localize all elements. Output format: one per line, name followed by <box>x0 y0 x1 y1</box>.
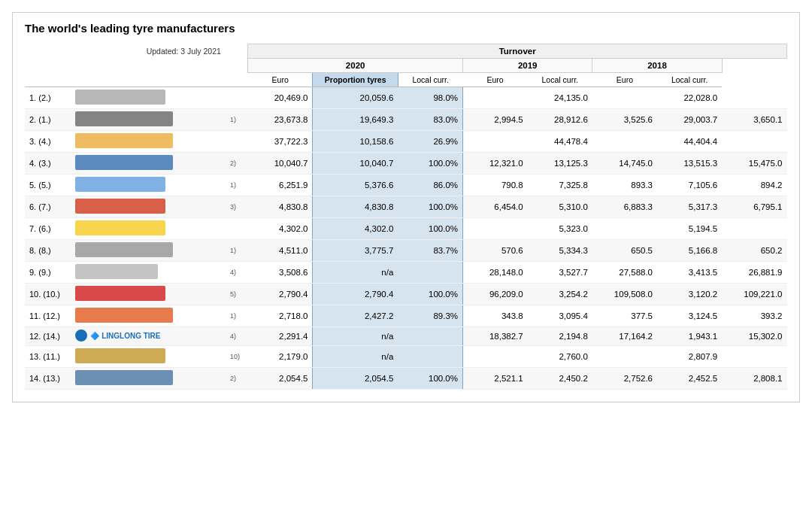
euro-2019-cell: 2,760.0 <box>528 346 592 368</box>
logo-cell: 🔷 LINGLONG TIRE <box>72 327 225 346</box>
euro-2019-header: Euro <box>463 73 528 87</box>
local-2019-cell <box>592 131 657 153</box>
local-2019-cell: 27,588.0 <box>592 262 657 284</box>
proportion-cell: 10,158.6 <box>313 131 398 153</box>
euro-2020-cell: 23,673.8 <box>248 109 313 131</box>
euro-2020-cell: 2,054.5 <box>248 368 313 390</box>
logo-cell <box>72 109 225 131</box>
rank-cell: 2. (1.) <box>25 109 72 131</box>
logo-cell <box>72 87 225 109</box>
local-2018-cell <box>722 87 786 109</box>
proportion-pct-cell <box>398 262 462 284</box>
euro-2019-cell: 5,323.0 <box>528 218 592 240</box>
euro-2018-cell: 2,807.9 <box>657 346 722 368</box>
table-row: 4. (3.)2)10,040.710,040.7100.0%12,321.01… <box>25 153 787 175</box>
table-row: 9. (9.)4)3,508.6n/a28,148.03,527.727,588… <box>25 262 787 284</box>
euro-2020-cell: 4,511.0 <box>248 240 313 262</box>
euro-2018-cell: 44,404.4 <box>657 131 722 153</box>
local-2020-cell: 2,521.1 <box>463 368 528 390</box>
euro-2019-cell: 5,310.0 <box>528 196 592 218</box>
local-2019-cell: 109,508.0 <box>592 284 657 305</box>
proportion-pct-cell: 86.0% <box>398 175 462 196</box>
proportion-pct-cell: 100.0% <box>398 153 462 175</box>
proportion-cell: 20,059.6 <box>313 87 398 109</box>
local-2020-cell: 6,454.0 <box>463 196 528 218</box>
rank-cell: 8. (8.) <box>25 240 72 262</box>
logo-cell <box>72 153 225 175</box>
proportion-pct-cell: 83.0% <box>398 109 462 131</box>
rank-cell: 7. (6.) <box>25 218 72 240</box>
proportion-pct-cell: 100.0% <box>398 218 462 240</box>
note-cell <box>226 218 248 240</box>
proportion-cell: n/a <box>313 346 398 368</box>
note-sub <box>226 59 248 73</box>
note-cell: 2) <box>226 368 248 390</box>
euro-2020-header: Euro <box>248 73 313 87</box>
local-2020-cell: 2,994.5 <box>463 109 528 131</box>
euro-2020-cell: 37,722.3 <box>248 131 313 153</box>
logo-col-header <box>72 73 225 87</box>
proportion-pct-cell: 100.0% <box>398 284 462 305</box>
logo-cell <box>72 196 225 218</box>
proportion-pct-cell: 89.3% <box>398 305 462 327</box>
euro-2018-header: Euro <box>592 73 657 87</box>
local-2019-cell <box>592 218 657 240</box>
euro-2018-cell: 3,120.2 <box>657 284 722 305</box>
local-2020-cell <box>463 218 528 240</box>
euro-2020-cell: 2,291.4 <box>248 327 313 346</box>
local-2019-cell: 377.5 <box>592 305 657 327</box>
euro-2018-cell: 3,124.5 <box>657 305 722 327</box>
euro-2020-cell: 6,251.9 <box>248 175 313 196</box>
local-2020-cell: 28,148.0 <box>463 262 528 284</box>
local-2019-cell: 650.5 <box>592 240 657 262</box>
table-row: 3. (4.)37,722.310,158.626.9%44,478.444,4… <box>25 131 787 153</box>
proportion-cell: 2,054.5 <box>313 368 398 390</box>
proportion-header: Proportion tyres <box>313 73 398 87</box>
proportion-cell: 10,040.7 <box>313 153 398 175</box>
local-2019-cell <box>592 87 657 109</box>
euro-2020-cell: 20,469.0 <box>248 87 313 109</box>
proportion-pct-cell <box>398 346 462 368</box>
euro-2018-cell: 1,943.1 <box>657 327 722 346</box>
logo-cell <box>72 175 225 196</box>
note-cell <box>226 131 248 153</box>
note-cell: 4) <box>226 327 248 346</box>
euro-2019-cell: 2,194.8 <box>528 327 592 346</box>
note-cell: 1) <box>226 305 248 327</box>
note-cell: 10) <box>226 346 248 368</box>
local-2018-cell: 3,650.1 <box>722 109 786 131</box>
euro-2020-cell: 2,179.0 <box>248 346 313 368</box>
euro-2018-cell: 5,166.8 <box>657 240 722 262</box>
logo-cell <box>72 346 225 368</box>
note-cell: 4) <box>226 262 248 284</box>
rank-cell: 14. (13.) <box>25 368 72 390</box>
euro-2018-cell: 29,003.7 <box>657 109 722 131</box>
table-row: 1. (2.)20,469.020,059.698.0%24,135.022,0… <box>25 87 787 109</box>
logo-cell <box>72 368 225 390</box>
euro-2018-cell: 13,515.3 <box>657 153 722 175</box>
main-container: The world's leading tyre manufacturers U… <box>12 12 800 402</box>
logo-cell <box>72 262 225 284</box>
local-2018-cell: 26,881.9 <box>722 262 786 284</box>
euro-2019-cell: 7,325.8 <box>528 175 592 196</box>
local-2020-cell: 96,209.0 <box>463 284 528 305</box>
proportion-cell: 2,427.2 <box>313 305 398 327</box>
local-2020-cell: 18,382.7 <box>463 327 528 346</box>
proportion-cell: 2,790.4 <box>313 284 398 305</box>
proportion-cell: n/a <box>313 262 398 284</box>
local-2019-cell: 14,745.0 <box>592 153 657 175</box>
euro-2019-cell: 24,135.0 <box>528 87 592 109</box>
local-2018-cell: 15,302.0 <box>722 327 786 346</box>
proportion-pct-cell: 100.0% <box>398 196 462 218</box>
table-row: 12. (14.)🔷 LINGLONG TIRE4)2,291.4n/a18,3… <box>25 327 787 346</box>
euro-2020-cell: 4,830.8 <box>248 196 313 218</box>
rank-sub <box>25 59 72 73</box>
rank-header <box>25 44 72 59</box>
local-2020-cell: 570.6 <box>463 240 528 262</box>
logo-cell <box>72 305 225 327</box>
logo-sub <box>72 59 225 73</box>
local-2020-cell: 343.8 <box>463 305 528 327</box>
euro-2020-cell: 2,790.4 <box>248 284 313 305</box>
updated-label: Updated: 3 July 2021 <box>147 47 221 56</box>
rank-col-header <box>25 73 72 87</box>
